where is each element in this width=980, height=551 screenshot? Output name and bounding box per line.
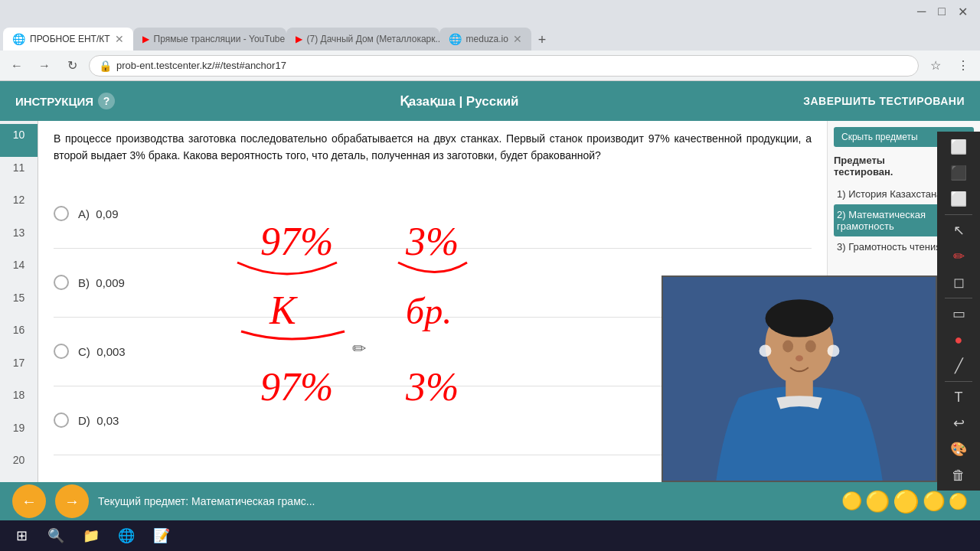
folder-icon: 📁 — [83, 527, 100, 544]
back-button[interactable]: ← — [6, 55, 28, 77]
tab-4-icon: 🌐 — [449, 33, 462, 45]
tab-1-label: ПРОБНОЕ ЕНТ/КТ — [30, 34, 110, 44]
answer-d-value: 0,03 — [96, 414, 119, 427]
toolbar-cursor-icon[interactable]: ↖ — [943, 218, 974, 243]
svg-point-9 — [766, 299, 834, 337]
toolbar-undo-icon[interactable]: ↩ — [943, 411, 974, 435]
maximize-btn[interactable]: □ — [932, 5, 952, 18]
svg-point-11 — [805, 341, 816, 353]
person-silhouette — [663, 276, 936, 482]
url-bar[interactable]: 🔒 prob-ent.testcenter.kz/#/test#anchor17 — [89, 55, 919, 77]
toolbar-icon-3[interactable]: ⬜ — [943, 187, 974, 211]
radio-b[interactable] — [54, 275, 69, 290]
line-15: 15 — [0, 287, 38, 320]
answer-b-value: 0,009 — [96, 276, 125, 289]
finish-testing-button[interactable]: ЗАВЕРШИТЬ ТЕСТИРОВАНИ — [803, 95, 965, 107]
toolbar-line-icon[interactable]: ╱ — [943, 354, 974, 378]
tab-3[interactable]: ▶ (7) Дачный Дом (Металлокарк... ✕ — [286, 28, 439, 51]
prev-question-button[interactable]: ← — [12, 484, 46, 518]
lang-text: Қазақша | Русский — [400, 94, 519, 109]
answer-c-label: C) — [78, 345, 96, 358]
file-explorer-btn[interactable]: 📁 — [75, 522, 107, 549]
address-bar: ← → ↻ 🔒 prob-ent.testcenter.kz/#/test#an… — [0, 51, 980, 81]
tab-4-close[interactable]: ✕ — [513, 33, 522, 45]
radio-c[interactable] — [54, 344, 69, 359]
new-tab-button[interactable]: + — [531, 29, 553, 51]
toolbar-eraser-icon[interactable]: ◻ — [943, 270, 974, 295]
url-text: prob-ent.testcenter.kz/#/test#anchor17 — [116, 60, 286, 71]
color-balls: 🟡 🟡 🟡 🟡 🟡 — [841, 489, 968, 514]
tab-2-icon: ▶ — [142, 34, 149, 44]
hide-subjects-label: Скрыть предметы — [841, 132, 918, 142]
toolbar-circle-icon[interactable]: ● — [943, 328, 974, 352]
svg-point-10 — [782, 341, 793, 353]
svg-point-12 — [795, 355, 803, 361]
answer-a-label: A) — [78, 207, 96, 220]
tab-4-label: meduza.io — [466, 34, 508, 44]
forward-button[interactable]: → — [34, 55, 55, 77]
toolbar-divider-1 — [945, 214, 972, 215]
instruction-button[interactable]: ИНСТРУКЦИЯ ? — [15, 93, 115, 109]
answer-d-label: D) — [78, 414, 96, 427]
line-13: 13 — [0, 222, 38, 255]
lock-icon: 🔒 — [99, 60, 112, 72]
extra-app-btn[interactable]: 📝 — [145, 522, 178, 549]
webcam-video — [663, 277, 936, 481]
tab-3-icon: ▶ — [296, 34, 302, 44]
answer-a-value: 0,09 — [96, 207, 118, 220]
answer-b-label: B) — [78, 276, 96, 289]
bookmark-icon[interactable]: ☆ — [925, 55, 946, 77]
tab-2-label: Прямые трансляции - YouTube — [154, 34, 286, 44]
tab-1[interactable]: 🌐 ПРОБНОЕ ЕНТ/КТ ✕ — [3, 28, 133, 51]
radio-d[interactable] — [54, 412, 69, 428]
line-11: 11 — [0, 157, 38, 190]
menu-icon[interactable]: ⋮ — [952, 55, 974, 77]
taskbar: ⊞ 🔍 📁 🌐 📝 — [0, 520, 980, 551]
toolbar-icon-1[interactable]: ⬜ — [943, 135, 974, 159]
search-taskbar-icon: 🔍 — [47, 527, 64, 544]
extra-app-icon: 📝 — [153, 527, 170, 544]
line-20: 20 — [0, 449, 38, 482]
toolbar-divider-2 — [945, 298, 972, 298]
close-btn[interactable]: ✕ — [952, 5, 974, 19]
line-19: 19 — [0, 417, 38, 450]
question-text: В процессе производства заготовка послед… — [54, 130, 812, 165]
minimize-btn[interactable]: ─ — [911, 5, 932, 18]
line-14: 14 — [0, 254, 38, 287]
toolbar-text-icon[interactable]: T — [943, 385, 974, 409]
search-taskbar-btn[interactable]: 🔍 — [40, 522, 72, 549]
toolbar-clear-icon[interactable]: 🗑 — [943, 463, 974, 487]
next-question-button[interactable]: → — [55, 484, 89, 518]
toolbar-icon-2[interactable]: ⬛ — [943, 161, 974, 185]
language-switcher[interactable]: Қазақша | Русский — [115, 93, 803, 109]
webcam-overlay — [662, 276, 937, 482]
reload-button[interactable]: ↻ — [61, 55, 83, 77]
line-17: 17 — [0, 352, 38, 385]
chrome-icon: 🌐 — [118, 527, 135, 544]
answer-c-value: 0,003 — [96, 345, 126, 358]
toolbar-color-icon[interactable]: 🎨 — [943, 437, 974, 461]
prev-icon: ← — [21, 493, 37, 510]
line-10: 10 — [0, 124, 38, 157]
page-header: ИНСТРУКЦИЯ ? Қазақша | Русский ЗАВЕРШИТЬ… — [0, 81, 980, 121]
tab-1-close[interactable]: ✕ — [115, 33, 124, 45]
radio-a[interactable] — [54, 206, 69, 221]
page-content: ИНСТРУКЦИЯ ? Қазақша | Русский ЗАВЕРШИТЬ… — [0, 81, 980, 520]
current-subject-label: Текущий предмет: Математическая грамс... — [98, 495, 315, 507]
toolbar-pen-icon[interactable]: ✏ — [943, 244, 974, 269]
chrome-taskbar-btn[interactable]: 🌐 — [110, 522, 142, 549]
toolbar-rect-icon[interactable]: ▭ — [943, 302, 974, 326]
bottom-bar: ← → Текущий предмет: Математическая грам… — [0, 482, 980, 520]
answer-option-a: A) 0,09 — [54, 180, 812, 249]
start-button[interactable]: ⊞ — [6, 522, 37, 549]
instruction-label: ИНСТРУКЦИЯ — [15, 95, 93, 108]
tab-2[interactable]: ▶ Прямые трансляции - YouTube ✕ — [133, 28, 286, 51]
tab-1-icon: 🌐 — [12, 33, 25, 45]
tab-4[interactable]: 🌐 meduza.io ✕ — [439, 28, 531, 51]
right-toolbar: ⬜ ⬛ ⬜ ↖ ✏ ◻ ▭ ● ╱ T ↩ 🎨 🗑 — [937, 132, 980, 491]
line-16: 16 — [0, 319, 38, 352]
tab-3-label: (7) Дачный Дом (Металлокарк... — [307, 34, 439, 44]
line-18: 18 — [0, 384, 38, 417]
browser-frame: ─ □ ✕ 🌐 ПРОБНОЕ ЕНТ/КТ ✕ ▶ Прямые трансл… — [0, 0, 980, 551]
next-icon: → — [64, 493, 80, 510]
